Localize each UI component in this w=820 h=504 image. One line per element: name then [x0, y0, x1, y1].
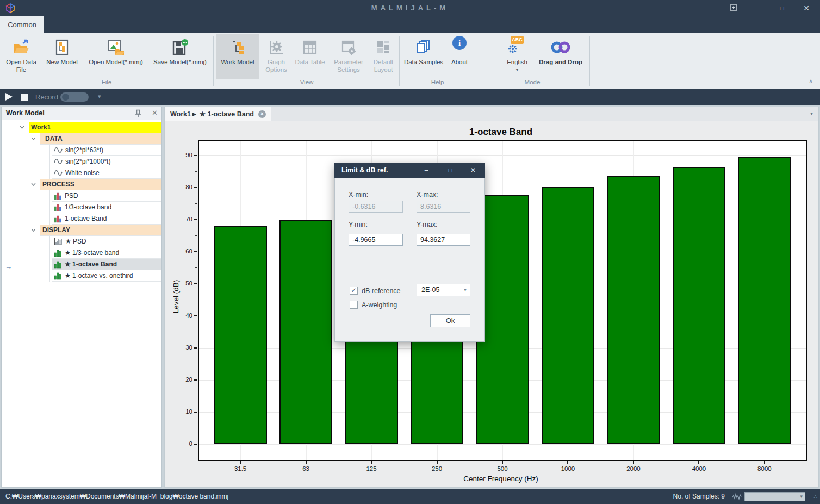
work-model-tree: Work1 DATA sin(2*pi*63*t) sin(2*pi*1000*… [2, 120, 161, 487]
save-model-icon [170, 36, 190, 59]
work-model-button[interactable]: Work Model [216, 34, 259, 79]
tree-row-work1[interactable]: Work1 [2, 122, 161, 133]
dialog-title-bar[interactable]: Limit & dB ref. – □ ✕ [334, 163, 485, 178]
y-tick-mark [194, 379, 197, 381]
text-cursor [376, 236, 376, 243]
statusbar-dropdown[interactable]: ▾ [744, 492, 805, 501]
tree-row-process[interactable]: PROCESS [2, 179, 161, 190]
drag-and-drop-icon [550, 36, 571, 59]
tree-row-display[interactable]: DISPLAY [2, 225, 161, 236]
tree-row-process-item[interactable]: 1/3-octave band [2, 202, 161, 213]
x-max-field: 8.6316 [417, 201, 470, 213]
x-max-label: X-max: [417, 191, 438, 198]
plot-area [198, 140, 807, 461]
ribbon-tab-common[interactable]: Common [0, 16, 44, 33]
ribbon-separator [213, 36, 214, 86]
new-model-button[interactable]: New Model [42, 34, 82, 79]
document-tab[interactable]: Work1► ★ 1-octave Band × [165, 107, 271, 121]
open-data-file-button[interactable]: Open Data File [1, 34, 41, 79]
ribbon-collapse-chevron-icon[interactable]: ∧ [809, 78, 813, 85]
chevron-down-icon[interactable] [31, 183, 36, 186]
stop-icon[interactable] [21, 94, 28, 101]
y-min-value: -4.9665 [352, 236, 375, 244]
rgb-bars-icon [54, 215, 62, 223]
ribbon-separator [589, 36, 590, 86]
chart-area: 1-octave Band 010203040506070809031.5631… [165, 121, 818, 487]
tree-row-display-item[interactable]: ★ 1-octave vs. onethird [2, 270, 161, 282]
tree-row-display-item[interactable]: ★ 1/3-octave band [2, 247, 161, 259]
signal-label: sin(2*pi*1000*t) [65, 158, 110, 165]
parameter-settings-label: Parameter Settings [330, 59, 368, 73]
tree-row-process-item[interactable]: 1-octave Band [2, 213, 161, 225]
y-axis-title: Level (dB) [172, 275, 180, 319]
tree-row-display-item[interactable]: ★ PSD [2, 236, 161, 247]
open-model-button[interactable]: Open Model(*.mmj) [84, 34, 148, 79]
chevron-down-icon[interactable] [31, 137, 36, 140]
maximize-button[interactable]: □ [775, 2, 789, 14]
info-icon: i [452, 36, 467, 50]
ok-button[interactable]: Ok [430, 314, 470, 327]
y-minor-tick-mark [195, 171, 197, 172]
y-minor-tick-mark [195, 235, 197, 236]
about-button[interactable]: i About [446, 34, 473, 79]
about-label: About [450, 59, 469, 66]
tree-row-data[interactable]: DATA [2, 133, 161, 145]
y-min-field[interactable]: -4.9665 [349, 234, 403, 246]
save-model-label: Save Model(*.mmj) [152, 59, 208, 66]
ribbon-toolbar: Open Data File New Model [0, 33, 820, 89]
resize-grip[interactable]: ∴ [813, 493, 818, 500]
default-layout-button[interactable]: Default Layout [369, 34, 397, 79]
drag-and-drop-button[interactable]: Drag and Drop [535, 34, 586, 79]
application-window: MALMIJAL-M – □ ✕ Common Open Data File [0, 0, 820, 504]
process-item-label: 1/3-octave band [65, 203, 111, 211]
tab-list-caret-icon[interactable]: ▾ [810, 110, 813, 116]
new-window-button[interactable] [726, 3, 741, 15]
x-tick-mark [502, 461, 503, 464]
graph-panel: Work1► ★ 1-octave Band × ▾ 1-octave Band… [164, 107, 819, 488]
panel-header: Work Model ✕ [2, 107, 161, 120]
y-max-field[interactable]: 94.3627 [417, 234, 470, 246]
db-reference-checkbox[interactable]: ✓ [350, 287, 358, 295]
chevron-down-icon[interactable] [20, 126, 24, 129]
y-tick-label: 30 [172, 344, 192, 351]
dialog-minimize-button[interactable]: – [421, 165, 431, 175]
db-reference-value: 2E-05 [421, 286, 439, 294]
x-min-field: -0.6316 [349, 201, 403, 213]
waveform-icon [732, 493, 742, 501]
x-tick-label: 500 [481, 465, 524, 472]
minimize-button[interactable]: – [750, 2, 765, 14]
x-tick-label: 250 [415, 465, 459, 472]
x-min-label: X-min: [349, 191, 368, 198]
data-table-button[interactable]: Data Table [292, 34, 328, 79]
english-language-button[interactable]: ABC English ▾ [500, 34, 534, 79]
limit-db-ref-dialog: Limit & dB ref. – □ ✕ X-min: X-max: -0.6… [334, 163, 485, 342]
tree-row-display-item-selected[interactable]: ★ 1-octave Band [2, 259, 161, 270]
dialog-title: Limit & dB ref. [341, 166, 388, 174]
chevron-down-icon[interactable] [31, 228, 36, 232]
sine-wave-icon [54, 169, 63, 177]
data-samples-button[interactable]: Data Samples [402, 34, 445, 79]
data-samples-icon [414, 36, 433, 59]
play-icon[interactable] [5, 93, 13, 101]
record-dropdown-caret-icon[interactable]: ▾ [98, 93, 101, 100]
dialog-close-button[interactable]: ✕ [468, 165, 478, 175]
a-weighting-checkbox[interactable] [350, 301, 358, 309]
tree-row-signal[interactable]: sin(2*pi*63*t) [2, 145, 161, 156]
tab-close-icon[interactable]: × [258, 110, 266, 118]
parameter-settings-button[interactable]: Parameter Settings [330, 34, 368, 79]
y-minor-tick-mark [195, 332, 197, 332]
english-icon: ABC [507, 36, 527, 59]
pin-icon[interactable] [134, 109, 142, 118]
close-button[interactable]: ✕ [799, 2, 813, 14]
signal-label: White noise [65, 169, 100, 177]
graph-options-button[interactable]: Graph Options [261, 34, 291, 79]
save-model-button[interactable]: Save Model(*.mmj) [148, 34, 212, 79]
panel-close-icon[interactable]: ✕ [152, 109, 158, 117]
record-toggle[interactable] [60, 92, 89, 102]
tree-row-signal[interactable]: sin(2*pi*1000*t) [2, 156, 161, 167]
db-reference-dropdown[interactable]: 2E-05 ▾ [417, 284, 470, 296]
bar [542, 187, 595, 444]
tree-row-process-item[interactable]: PSD [2, 190, 161, 202]
dialog-maximize-button[interactable]: □ [445, 165, 455, 175]
tree-row-signal[interactable]: White noise [2, 167, 161, 179]
